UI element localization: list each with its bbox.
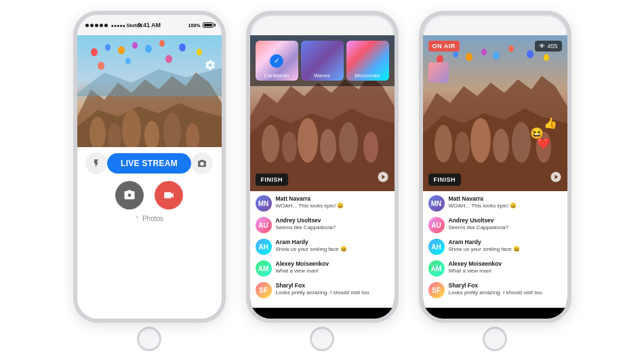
home-button-3[interactable] bbox=[483, 327, 507, 351]
svg-point-15 bbox=[179, 43, 186, 52]
chat-text-3: Aram Hardy Show us your smiling face 😄 bbox=[276, 239, 347, 253]
chat-message: SF Sharyl Fox Looks pretty amazing. I sh… bbox=[428, 282, 562, 298]
chat-avatar-am-3: AM bbox=[428, 260, 445, 277]
filter-waves-label: Waves bbox=[301, 73, 344, 79]
status-bar-1: ●●●●● Sketch 9:41 AM 100% bbox=[77, 15, 222, 35]
filter-selected-check: ✓ bbox=[270, 54, 283, 68]
chat-msg-3: Show us your smiling face 😄 bbox=[276, 246, 347, 253]
chat-avatar-au-3: AU bbox=[428, 217, 445, 233]
filter-mononoke[interactable]: Mononoke bbox=[346, 41, 389, 81]
chat-area-2: MN Matt Navarra WOAH... This looks epic!… bbox=[250, 191, 395, 308]
chat-text-3-3: Aram Hardy Show us your smiling face 😄 bbox=[449, 239, 520, 253]
chat-avatar-mn-3: MN bbox=[428, 195, 445, 212]
face-icon-3 bbox=[550, 171, 562, 183]
finish-button-2[interactable]: FINISH bbox=[256, 174, 289, 186]
filter-selector[interactable]: ✓ Caribbean Waves Mononoke bbox=[250, 35, 395, 86]
chat-msg-3-4: What a view man! bbox=[449, 268, 502, 275]
status-time-1: 9:41 AM bbox=[138, 22, 161, 28]
svg-point-51 bbox=[466, 53, 472, 61]
chat-text-5: Sharyl Fox Looks pretty amazing. I shoul… bbox=[276, 282, 371, 296]
filter-caribbean[interactable]: ✓ Caribbean bbox=[256, 41, 298, 81]
chat-msg-5: Looks pretty amazing. I should visit too… bbox=[276, 289, 371, 296]
svg-point-11 bbox=[118, 46, 125, 54]
chat-text-2: Andrey Usoltsev Seems like Cappadocia? bbox=[276, 217, 336, 231]
filter-waves[interactable]: Waves bbox=[301, 41, 344, 81]
svg-point-19 bbox=[165, 55, 172, 63]
video-button[interactable] bbox=[155, 181, 183, 209]
landscape-svg-1 bbox=[77, 35, 222, 147]
chat-message: AU Andrey Usoltsev Seems like Cappadocia… bbox=[428, 217, 562, 233]
chat-avatar-ah-3: AH bbox=[428, 239, 445, 255]
phone-1: ●●●●● Sketch 9:41 AM 100% bbox=[73, 11, 226, 351]
camera-preview-1 bbox=[77, 35, 222, 147]
svg-point-55 bbox=[527, 50, 534, 58]
chat-message: MN Matt Navarra WOAH... This looks epic!… bbox=[428, 195, 562, 212]
live-view-2: ✓ Caribbean Waves Mononoke FINISH bbox=[250, 35, 395, 191]
phone-3: ON AIR 👁 455 ❤️ 👍 😆 FINISH bbox=[419, 11, 571, 351]
status-right-1: 100% bbox=[188, 22, 214, 28]
chat-message: AU Andrey Usoltsev Seems like Cappadocia… bbox=[256, 217, 389, 233]
live-stream-button[interactable]: LIVE STREAM bbox=[107, 153, 191, 174]
chat-name-3-5: Sharyl Fox bbox=[449, 282, 544, 289]
live-stream-row: LIVE STREAM bbox=[85, 153, 214, 174]
chat-name-3-1: Matt Navarra bbox=[449, 195, 517, 202]
svg-point-50 bbox=[453, 51, 458, 58]
chat-message: MN Matt Navarra WOAH... This looks epic!… bbox=[256, 195, 389, 212]
chat-msg-3-5: Looks pretty amazing. I should visit too… bbox=[449, 289, 544, 296]
phone-screen-2: ✓ Caribbean Waves Mononoke FINISH bbox=[250, 35, 395, 319]
svg-point-10 bbox=[105, 44, 110, 51]
eye-icon: 👁 bbox=[539, 43, 545, 49]
chat-name-4: Alexey Moiseenkov bbox=[276, 260, 329, 267]
viewers-badge: 👁 455 bbox=[535, 41, 561, 52]
effects-button-3[interactable] bbox=[550, 171, 562, 186]
chevron-up-icon: ⌃ bbox=[135, 216, 140, 222]
svg-point-9 bbox=[91, 48, 98, 56]
home-button-2[interactable] bbox=[310, 327, 334, 351]
chat-name-5: Sharyl Fox bbox=[276, 282, 371, 289]
svg-point-56 bbox=[544, 54, 549, 61]
phone-frame-3: ON AIR 👁 455 ❤️ 👍 😆 FINISH bbox=[419, 11, 571, 323]
filter-caribbean-label: Caribbean bbox=[256, 73, 298, 79]
chat-text-3-5: Sharyl Fox Looks pretty amazing. I shoul… bbox=[449, 282, 544, 296]
reaction-laugh: 😆 bbox=[530, 127, 544, 140]
photos-label-row[interactable]: ⌃ Photos bbox=[85, 215, 214, 222]
face-icon bbox=[377, 171, 389, 183]
chat-avatar-mn: MN bbox=[256, 195, 272, 212]
reaction-thumbsup: 👍 bbox=[544, 117, 557, 129]
chat-name-3-4: Alexey Moiseenkov bbox=[449, 260, 502, 267]
effects-button-2[interactable] bbox=[377, 171, 389, 186]
on-air-badge: ON AIR bbox=[428, 41, 460, 52]
chat-name-3: Aram Hardy bbox=[276, 239, 347, 245]
phone-screen-1: LIVE STREAM bbox=[77, 35, 222, 319]
chat-message: AM Alexey Moiseenkov What a view man! bbox=[428, 260, 562, 277]
chat-text-1: Matt Navarra WOAH... This looks epic! 😀 bbox=[276, 195, 344, 209]
chat-text-3-1: Matt Navarra WOAH... This looks epic! 😀 bbox=[449, 195, 517, 209]
photo-button[interactable] bbox=[115, 181, 144, 209]
chat-message: AM Alexey Moiseenkov What a view man! bbox=[256, 260, 389, 277]
flash-button[interactable] bbox=[85, 153, 107, 174]
svg-point-14 bbox=[159, 40, 165, 47]
chat-msg-3-3: Show us your smiling face 😄 bbox=[449, 246, 520, 253]
chat-area-3: MN Matt Navarra WOAH... This looks epic!… bbox=[423, 191, 567, 308]
live-view-3: ON AIR 👁 455 ❤️ 👍 😆 FINISH bbox=[423, 35, 567, 191]
svg-point-18 bbox=[125, 58, 131, 64]
chat-text-3-2: Andrey Usoltsev Seems like Cappadocia? bbox=[449, 217, 509, 231]
chat-name-2: Andrey Usoltsev bbox=[276, 217, 336, 224]
chat-text-3-4: Alexey Moiseenkov What a view man! bbox=[449, 260, 502, 275]
chat-message: AH Aram Hardy Show us your smiling face … bbox=[256, 239, 389, 255]
chat-name-3-3: Aram Hardy bbox=[449, 239, 520, 245]
flash-icon bbox=[92, 159, 101, 168]
chat-avatar-am: AM bbox=[256, 260, 272, 277]
finish-button-3[interactable]: FINISH bbox=[428, 174, 462, 186]
flip-camera-button[interactable] bbox=[191, 153, 213, 174]
viewers-count: 455 bbox=[547, 43, 557, 49]
svg-point-16 bbox=[197, 49, 202, 56]
chat-avatar-sf-3: SF bbox=[428, 282, 445, 298]
filter-thumbnail-small bbox=[428, 62, 449, 83]
styled-scene-svg-3 bbox=[423, 35, 567, 191]
video-icon bbox=[163, 189, 175, 201]
home-button-1[interactable] bbox=[137, 327, 161, 351]
chat-avatar-ah: AH bbox=[256, 239, 272, 255]
status-left-1: ●●●●● Sketch bbox=[85, 23, 142, 28]
settings-button[interactable] bbox=[204, 59, 216, 74]
